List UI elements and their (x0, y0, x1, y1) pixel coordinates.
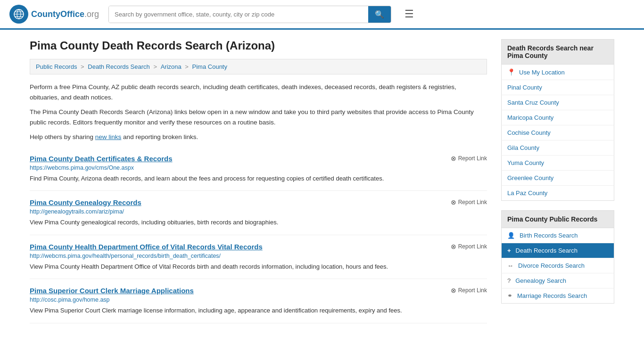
arrows-icon: ↔ (507, 262, 513, 269)
new-links-link[interactable]: new links (95, 133, 122, 140)
search-bar: 🔍 (108, 6, 391, 23)
use-my-location-link[interactable]: Use My Location (519, 69, 565, 76)
result-desc-1: Find Pima County, Arizona death records,… (30, 174, 487, 183)
sidebar-genealogy-search[interactable]: ? Genealogy Search (501, 273, 614, 288)
result-title-1[interactable]: Pima County Death Certificates & Records (30, 155, 173, 163)
result-title-3[interactable]: Pima County Health Department Office of … (30, 243, 263, 251)
sidebar-public-records-title: Pima County Public Records (501, 210, 614, 228)
logo-text: CountyOffice.org (31, 9, 99, 19)
result-item-1: Pima County Death Certificates & Records… (30, 147, 487, 191)
report-link-4[interactable]: ⊗ Report Link (451, 287, 487, 294)
search-input[interactable] (109, 6, 368, 23)
logo-link[interactable]: CountyOffice.org (9, 5, 99, 24)
sidebar-divorce-records[interactable]: ↔ Divorce Records Search (501, 258, 614, 273)
breadcrumb: Public Records > Death Records Search > … (30, 59, 487, 74)
sidebar-santa-cruz-county[interactable]: Santa Cruz County (501, 95, 614, 110)
report-link-2[interactable]: ⊗ Report Link (451, 198, 487, 206)
report-link-3[interactable]: ⊗ Report Link (451, 243, 487, 250)
plus-icon: + (507, 247, 511, 254)
report-icon-1: ⊗ (451, 155, 456, 162)
sidebar: Death Records Search near Pima County 📍 … (501, 39, 614, 323)
result-title-4[interactable]: Pima Superior Court Clerk Marriage Appli… (30, 287, 194, 295)
result-url-2[interactable]: http://genealogytrails.com/ariz/pima/ (30, 208, 487, 215)
sidebar-gila-county[interactable]: Gila County (501, 140, 614, 156)
result-item-4: Pima Superior Court Clerk Marriage Appli… (30, 279, 487, 323)
person-icon: 👤 (507, 232, 515, 239)
result-item-3: Pima County Health Department Office of … (30, 235, 487, 280)
description-3: Help others by sharing new links and rep… (30, 132, 487, 142)
sidebar-greenlee-county[interactable]: Greenlee County (501, 171, 614, 186)
content-area: Pima County Death Records Search (Arizon… (30, 39, 487, 323)
breadcrumb-death-records-search[interactable]: Death Records Search (88, 63, 150, 70)
main-container: Pima County Death Records Search (Arizon… (20, 30, 624, 333)
breadcrumb-arizona[interactable]: Arizona (161, 63, 182, 70)
result-desc-3: View Pima County Health Department Offic… (30, 262, 487, 272)
report-link-1[interactable]: ⊗ Report Link (451, 155, 487, 162)
search-button[interactable]: 🔍 (368, 6, 391, 23)
sidebar-nearby-title: Death Records Search near Pima County (501, 39, 614, 65)
location-pin-icon: 📍 (507, 68, 515, 76)
marriage-icon: ⚭ (507, 292, 512, 299)
result-desc-4: View Pima Superior Court Clerk marriage … (30, 306, 487, 315)
sidebar-use-location[interactable]: 📍 Use My Location (501, 65, 614, 80)
result-url-4[interactable]: http://cosc.pima.gov/home.asp (30, 296, 487, 303)
sidebar-death-records[interactable]: + Death Records Search (501, 243, 614, 258)
question-icon: ? (507, 277, 511, 284)
result-url-3[interactable]: http://webcms.pima.gov/health/personal_r… (30, 253, 487, 259)
sidebar-cochise-county[interactable]: Cochise County (501, 125, 614, 140)
report-icon-4: ⊗ (451, 287, 456, 294)
page-header: CountyOffice.org 🔍 ☰ (0, 0, 644, 30)
report-icon-3: ⊗ (451, 243, 456, 250)
page-title: Pima County Death Records Search (Arizon… (30, 39, 487, 52)
breadcrumb-pima-county[interactable]: Pima County (192, 63, 227, 70)
sidebar-nearby-section: Death Records Search near Pima County 📍 … (501, 39, 614, 201)
breadcrumb-public-records[interactable]: Public Records (36, 63, 77, 70)
sidebar-la-paz-county[interactable]: La Paz County (501, 186, 614, 201)
result-desc-2: View Pima County genealogical records, i… (30, 218, 487, 227)
result-item-2: Pima County Genealogy Records ⊗ Report L… (30, 191, 487, 235)
result-title-2[interactable]: Pima County Genealogy Records (30, 198, 141, 206)
sidebar-marriage-records[interactable]: ⚭ Marriage Records Search (501, 288, 614, 304)
sidebar-pinal-county[interactable]: Pinal County (501, 80, 614, 95)
result-url-1[interactable]: https://webcms.pima.gov/cms/One.aspx (30, 165, 487, 171)
sidebar-maricopa-county[interactable]: Maricopa County (501, 110, 614, 125)
sidebar-yuma-county[interactable]: Yuma County (501, 156, 614, 171)
sidebar-birth-records[interactable]: 👤 Birth Records Search (501, 228, 614, 243)
description-2: The Pima County Death Records Search (Ar… (30, 107, 487, 127)
description-1: Perform a free Pima County, AZ public de… (30, 82, 487, 102)
logo-icon (9, 5, 28, 24)
report-icon-2: ⊗ (451, 198, 456, 206)
hamburger-menu-button[interactable]: ☰ (401, 6, 418, 22)
sidebar-public-records-section: Pima County Public Records 👤 Birth Recor… (501, 210, 614, 304)
